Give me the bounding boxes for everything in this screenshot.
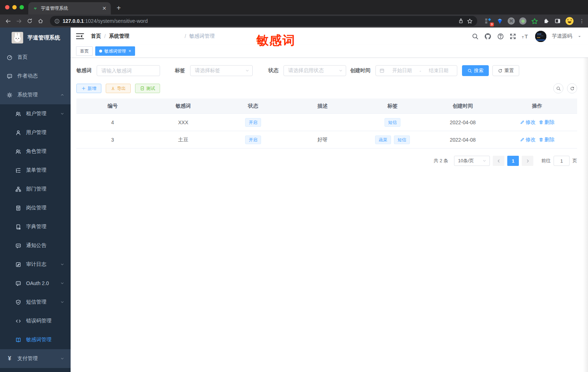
sidebar-item-department-management[interactable]: 部门管理 (0, 180, 71, 198)
tab-title: 芋道管理系统 (41, 5, 99, 12)
breadcrumb-home[interactable]: 首页 (91, 33, 101, 39)
sidebar-item-notice-announcement[interactable]: 通知公告 (0, 236, 71, 255)
sidebar-item-system-management[interactable]: 系统管理 (0, 85, 71, 104)
macos-window-controls[interactable] (5, 5, 24, 9)
sidebar-logo-row[interactable]: 芋道管理系统 (0, 28, 71, 48)
breadcrumb-separator: / (185, 33, 186, 39)
status-select[interactable]: 请选择启用状态 (284, 65, 346, 76)
browser-tab[interactable]: 芋道管理系统 ✕ (28, 2, 111, 14)
export-button[interactable]: 导出 (106, 84, 131, 93)
sidebar-item-sensitive-word-management[interactable]: 敏感词管理 (0, 330, 71, 349)
chevron-down-icon (60, 300, 64, 304)
address-bar[interactable]: 127.0.0.1:1024/system/sensitive-word (50, 16, 477, 26)
add-button[interactable]: 新增 (76, 84, 101, 93)
command-extension-icon[interactable]: ⌘ (508, 17, 515, 25)
profile-avatar-icon[interactable] (566, 17, 574, 25)
tab-close-icon[interactable]: ✕ (102, 5, 106, 11)
search-button[interactable]: 搜索 (462, 65, 489, 76)
extensions-puzzle-icon[interactable] (542, 17, 550, 25)
url-text[interactable]: 127.0.0.1:1024/system/sensitive-word (63, 18, 455, 24)
next-page-button[interactable] (522, 156, 533, 166)
minimize-window-button[interactable] (12, 5, 17, 9)
page-number-button[interactable]: 1 (507, 156, 519, 166)
cell-actions: 修改 删除 (497, 137, 577, 143)
tag-close-icon[interactable]: × (129, 49, 131, 54)
back-icon[interactable] (4, 16, 12, 26)
keyword-input[interactable] (97, 65, 160, 76)
tag-select[interactable]: 请选择标签 (190, 65, 253, 76)
side-panel-icon[interactable] (554, 17, 561, 25)
main-area: 首页 / 系统管理 / 敏感词管理 敏感词 T T (71, 28, 588, 372)
tag-sensitive-word-active[interactable]: 敏感词管理 × (95, 46, 135, 56)
sidebar-item-home[interactable]: 首页 (0, 48, 71, 67)
table-toolbar: 新增 导出 测试 (71, 76, 588, 93)
share-icon[interactable] (458, 18, 464, 24)
start-date-placeholder[interactable]: 开始日期 (387, 67, 417, 74)
new-tab-button[interactable]: + (117, 4, 121, 12)
gear-icon (7, 92, 13, 98)
keyword-input-field[interactable] (101, 68, 155, 74)
close-window-button[interactable] (5, 5, 9, 9)
edit-link-label: 修改 (526, 119, 536, 126)
site-info-icon[interactable] (54, 18, 60, 24)
prev-page-button[interactable] (493, 156, 504, 166)
sidebar-item-dict-management[interactable]: 字典管理 (0, 217, 71, 236)
zoom-window-button[interactable] (20, 5, 24, 9)
sidebar-item-error-code-management[interactable]: 错误码管理 (0, 312, 71, 330)
help-icon[interactable] (497, 33, 504, 40)
gem-extension-icon[interactable] (496, 17, 503, 25)
sidebar-item-oauth[interactable]: OAuth 2.0 (0, 274, 71, 293)
date-range-picker[interactable]: 开始日期 - 结束日期 (375, 65, 457, 76)
edit-link[interactable]: 修改 (520, 137, 536, 143)
goto-page-input[interactable] (554, 156, 570, 166)
tab-grid-extension-icon[interactable]: 9 (484, 17, 492, 25)
chevron-down-icon (245, 68, 249, 73)
search-icon[interactable] (472, 33, 479, 40)
page-unit-label: 页 (572, 158, 577, 164)
breadcrumb-system[interactable]: 系统管理 (109, 33, 181, 39)
sidebar-item-audit-log[interactable]: 审计日志 (0, 255, 71, 274)
collapse-sidebar-icon[interactable] (76, 33, 84, 39)
sidebar-item-user-management[interactable]: 用户管理 (0, 123, 71, 142)
username-label[interactable]: 芋道源码 (552, 33, 572, 39)
code-icon (15, 318, 21, 324)
test-button[interactable]: 测试 (135, 84, 160, 93)
delete-link[interactable]: 删除 (539, 119, 555, 126)
extension-icons: 9 ⌘ (484, 17, 574, 25)
reload-icon[interactable] (25, 16, 34, 26)
recorder-extension-icon[interactable] (519, 17, 526, 25)
github-icon[interactable] (484, 33, 492, 40)
page-size-select[interactable]: 10条/页 (454, 156, 490, 166)
sidebar-item-author-news[interactable]: 作者动态 (0, 67, 71, 85)
end-date-placeholder[interactable]: 结束日期 (424, 67, 453, 74)
show-search-icon[interactable] (553, 83, 563, 93)
sidebar-item-tenant-management[interactable]: 租户管理 (0, 104, 71, 123)
column-header-actions: 操作 (497, 103, 577, 109)
total-count-label: 共 2 条 (434, 158, 448, 164)
sidebar-item-role-management[interactable]: 角色管理 (0, 142, 71, 161)
user-avatar[interactable] (535, 31, 546, 42)
sidebar-item-sms-management[interactable]: 短信管理 (0, 293, 71, 312)
home-icon[interactable] (36, 16, 45, 26)
column-header-word: 敏感词 (149, 103, 218, 109)
refresh-table-icon[interactable] (567, 83, 577, 93)
reset-button[interactable]: 重置 (492, 65, 519, 76)
search-button-label: 搜索 (474, 67, 483, 74)
browser-menu-icon[interactable]: ⋮ (579, 18, 584, 24)
sidebar-item-payment-management[interactable]: ¥ 支付管理 (0, 349, 71, 368)
sidebar-item-label: 租户管理 (26, 110, 46, 117)
fullscreen-icon[interactable] (509, 33, 516, 40)
caret-down-icon[interactable] (578, 34, 581, 38)
sidebar-item-menu-management[interactable]: 菜单管理 (0, 161, 71, 180)
cell-id: 4 (76, 120, 149, 125)
delete-link[interactable]: 删除 (539, 137, 555, 143)
edit-link[interactable]: 修改 (520, 119, 536, 126)
font-size-icon[interactable]: T T (522, 33, 530, 40)
pencil-icon (520, 137, 525, 142)
bookmark-star-icon[interactable] (467, 18, 473, 24)
forward-icon[interactable] (14, 16, 23, 26)
sidebar-item-post-management[interactable]: 岗位管理 (0, 198, 71, 217)
green-star-extension-icon[interactable] (531, 17, 538, 25)
cell-status: 开启 (218, 135, 289, 144)
tag-home[interactable]: 首页 (76, 46, 93, 56)
